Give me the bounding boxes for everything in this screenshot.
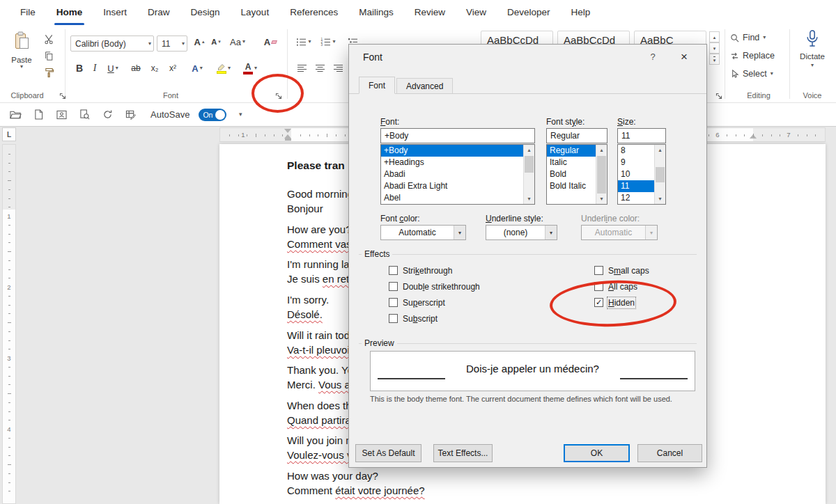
numbering-button[interactable]: 1 2 3 ▾ <box>317 33 339 50</box>
clear-formatting-button[interactable]: A <box>261 33 280 50</box>
checkbox-strikethrough[interactable]: Strikethrough <box>389 266 480 275</box>
text-effects-button[interactable]: Text Effects... <box>433 444 493 462</box>
list-option[interactable]: +Headings <box>381 157 523 168</box>
scroll-thumb[interactable] <box>525 156 534 173</box>
underline-style-dropdown[interactable]: (none) ▾ <box>486 225 557 240</box>
styles-more-button[interactable]: ▾ <box>709 54 720 65</box>
document-text-fragment: Bonjour <box>287 203 323 214</box>
print-preview-button[interactable] <box>77 108 91 122</box>
dialog-close-button[interactable]: × <box>672 48 697 65</box>
tab-home[interactable]: Home <box>46 0 93 25</box>
dialog-tab-font[interactable]: Font <box>359 77 395 94</box>
copy-button[interactable] <box>40 47 58 64</box>
cancel-button[interactable]: Cancel <box>637 444 702 462</box>
tab-view[interactable]: View <box>456 0 497 25</box>
tab-insert[interactable]: Insert <box>93 0 137 25</box>
bullets-button[interactable]: ▾ <box>293 33 315 50</box>
align-center-button[interactable] <box>311 60 328 77</box>
tab-file[interactable]: File <box>10 0 46 25</box>
font-list[interactable]: +Body+HeadingsAbadiAbadi Extra LightAbel… <box>380 144 535 205</box>
font-style-list[interactable]: RegularItalicBoldBold Italic ▴ ▾ <box>546 144 607 205</box>
tab-layout[interactable]: Layout <box>231 0 280 25</box>
underline-button[interactable]: U▾ <box>102 60 123 77</box>
find-button[interactable]: Find ▾ <box>730 31 766 44</box>
open-file-button[interactable] <box>8 108 22 122</box>
font-color-dropdown[interactable]: Automatic ▾ <box>380 225 466 240</box>
tab-design[interactable]: Design <box>180 0 231 25</box>
tab-mailings[interactable]: Mailings <box>348 0 404 25</box>
left-indent-marker[interactable] <box>285 139 291 141</box>
list-option[interactable]: Abadi <box>381 168 523 180</box>
tab-selector[interactable]: L <box>2 127 16 141</box>
font-size-input[interactable]: 11 <box>617 128 666 143</box>
font-size-combobox[interactable]: 11 ▾ <box>157 36 187 52</box>
grow-font-button[interactable]: A▴ <box>191 33 208 50</box>
tab-draw[interactable]: Draw <box>137 0 180 25</box>
vertical-ruler[interactable]: 1234 <box>2 144 16 504</box>
list-option[interactable]: +Body <box>381 145 523 157</box>
list-option[interactable]: 10 <box>618 168 654 180</box>
font-style-input[interactable]: Regular <box>546 128 607 143</box>
styles-scroll-down-button[interactable]: ▾ <box>709 42 720 54</box>
text-effects-button[interactable]: A▾ <box>185 60 209 77</box>
styles-dialog-launcher[interactable] <box>715 92 724 101</box>
word-window: FileHomeInsertDrawDesignLayoutReferences… <box>0 0 836 504</box>
replace-button[interactable]: Replace <box>730 49 775 62</box>
list-option[interactable]: Bold Italic <box>547 180 596 192</box>
list-option[interactable]: Abel <box>381 192 523 204</box>
font-name-combobox[interactable]: Calibri (Body) ▾ <box>70 36 154 52</box>
tab-developer[interactable]: Developer <box>497 0 561 25</box>
ok-button[interactable]: OK <box>564 444 630 462</box>
first-line-indent-marker[interactable] <box>284 129 291 133</box>
list-option[interactable]: Bold <box>547 168 596 180</box>
superscript-button[interactable]: x² <box>164 60 181 77</box>
styles-scroll-up-button[interactable]: ▴ <box>709 31 720 42</box>
cut-button[interactable] <box>40 31 58 47</box>
list-option[interactable]: 8 <box>618 145 654 157</box>
align-left-button[interactable] <box>293 60 310 77</box>
list-option[interactable]: 12 <box>618 192 654 204</box>
highlight-button[interactable]: ▾ <box>211 60 236 77</box>
checkbox-subscript[interactable]: Subscript <box>389 314 480 323</box>
strikethrough-button[interactable]: ab <box>127 60 145 77</box>
checkbox-double-strikethrough[interactable]: Double strikethrough <box>389 282 480 291</box>
font-color-button[interactable]: A ▾ <box>238 60 262 77</box>
autosave-toggle[interactable]: On <box>199 109 226 121</box>
font-style-list-scrollbar[interactable]: ▴ ▾ <box>596 145 607 204</box>
dialog-help-button[interactable]: ? <box>644 50 662 64</box>
new-document-button[interactable] <box>31 108 45 122</box>
underline-color-dropdown: Automatic ▾ <box>581 225 658 240</box>
bold-button[interactable]: B <box>72 60 87 77</box>
checkbox-superscript[interactable]: Superscript <box>389 298 480 307</box>
font-list-scrollbar[interactable]: ▴ ▾ <box>523 145 534 204</box>
subscript-button[interactable]: x₂ <box>146 60 163 77</box>
tab-review[interactable]: Review <box>404 0 456 25</box>
list-option[interactable]: Regular <box>547 145 596 157</box>
tab-help[interactable]: Help <box>561 0 601 25</box>
format-painter-button[interactable] <box>40 64 58 81</box>
font-name-input[interactable]: +Body <box>380 128 535 143</box>
list-option[interactable]: 11 <box>618 180 654 192</box>
list-option[interactable]: Abadi Extra Light <box>381 180 523 192</box>
change-case-button[interactable]: Aa▾ <box>226 33 249 50</box>
set-as-default-button[interactable]: Set As Default <box>355 444 421 462</box>
dictate-button[interactable]: Dictate ▾ <box>792 29 833 68</box>
list-option[interactable]: 9 <box>618 157 654 168</box>
size-list[interactable]: 89101112 ▴ ▾ <box>617 144 666 205</box>
select-button[interactable]: Select ▾ <box>730 68 773 80</box>
refresh-button[interactable] <box>100 108 114 122</box>
tab-references[interactable]: References <box>279 0 348 25</box>
list-option[interactable]: Italic <box>547 157 596 168</box>
paste-button[interactable]: Paste ▾ <box>6 29 38 88</box>
contacts-button[interactable] <box>54 108 68 122</box>
draw-table-button[interactable] <box>123 108 137 122</box>
size-list-scrollbar[interactable]: ▴ ▾ <box>654 145 665 204</box>
checkbox-small-caps[interactable]: Small caps <box>594 266 649 275</box>
customize-toolbar-button[interactable]: ▾ <box>235 108 245 122</box>
scroll-thumb[interactable] <box>656 167 665 182</box>
scroll-thumb[interactable] <box>597 156 606 194</box>
dialog-tab-advanced[interactable]: Advanced <box>396 78 453 93</box>
align-right-button[interactable] <box>330 60 346 77</box>
italic-button[interactable]: I <box>88 60 102 77</box>
shrink-font-button[interactable]: A▾ <box>208 33 224 50</box>
